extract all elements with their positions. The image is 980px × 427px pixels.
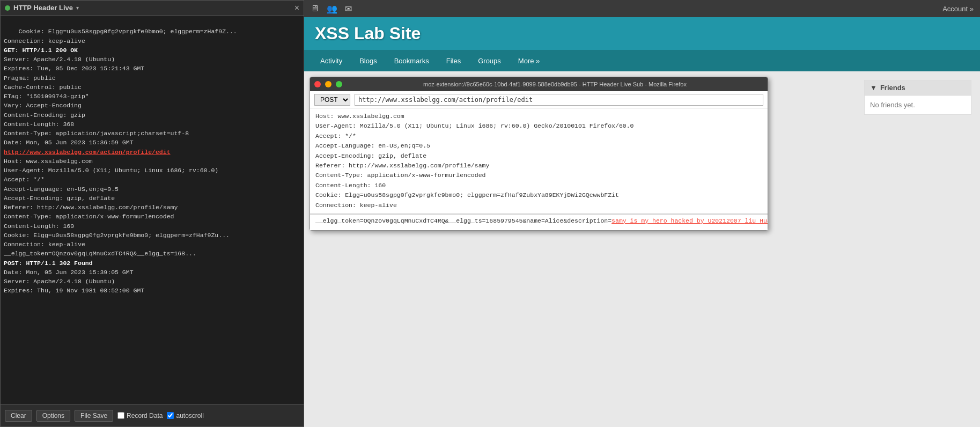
window-close-button[interactable]	[314, 81, 321, 87]
nav-blogs[interactable]: Blogs	[352, 53, 385, 69]
account-link[interactable]: Account »	[942, 5, 974, 13]
friends-panel: ▼ Friends No friends yet.	[864, 80, 971, 115]
record-data-checkbox[interactable]	[117, 412, 124, 419]
file-save-button[interactable]: File Save	[75, 410, 113, 422]
autoscroll-label: autoscroll	[167, 412, 203, 419]
autoscroll-checkbox[interactable]	[167, 412, 174, 419]
close-icon[interactable]: ×	[294, 3, 299, 13]
main-content: 01011010 10110101 01101001 11010110 0101…	[304, 71, 980, 427]
sub-window-titlebar: moz-extension://9c65e60c-10bd-4af1-9099-…	[310, 77, 768, 91]
log-content: Cookie: Elgg=u0us58sgpg0fg2vprgkfe9bmo0;…	[1, 16, 304, 404]
site-header: XSS Lab Site	[304, 17, 980, 50]
window-minimize-button[interactable]	[325, 81, 331, 87]
monitor-icon: 🖥	[311, 4, 319, 13]
triangle-icon: ▼	[870, 84, 877, 92]
no-friends-text: No friends yet.	[870, 101, 915, 109]
friends-content: No friends yet.	[865, 95, 971, 114]
status-indicator	[5, 5, 10, 11]
url-display: http://www.xsslabelgg.com/action/profile…	[355, 94, 763, 106]
sub-window: moz-extension://9c65e60c-10bd-4af1-9099-…	[310, 77, 768, 231]
window-maximize-button[interactable]	[336, 81, 342, 87]
panel-title-area: HTTP Header Live ▾	[5, 4, 79, 12]
nav-bookmarks[interactable]: Bookmarks	[387, 53, 437, 69]
browser-panel: 🖥 👥 ✉ Account » XSS Lab Site Activity Bl…	[304, 0, 980, 427]
request-body: __elgg_token=OQnzov0gqLqMnuCxdTC4RQ&__el…	[310, 214, 768, 230]
log-line: Server: Apache/2.4.18 (Ubuntu) Expires: …	[4, 56, 189, 146]
log-url: http://www.xsslabelgg.com/action/profile…	[4, 149, 171, 156]
panel-footer: Clear Options File Save Record Data auto…	[1, 404, 304, 426]
log-post-bold: POST: HTTP/1.1 302 Found	[4, 260, 93, 267]
browser-topbar: 🖥 👥 ✉ Account »	[304, 0, 980, 17]
body-prefix: __elgg_token=OQnzov0gqLqMnuCxdTC4RQ&__el…	[315, 217, 611, 224]
nav-bar: Activity Blogs Bookmarks Files Groups Mo…	[304, 50, 980, 71]
record-data-label: Record Data	[117, 412, 163, 419]
sub-window-url-bar: POST GET http://www.xsslabelgg.com/actio…	[310, 91, 768, 108]
chevron-down-icon[interactable]: ▾	[76, 5, 79, 11]
body-highlight: samy is my hero hacked by U20212007 liu …	[611, 217, 768, 224]
browser-icon-group: 🖥 👥 ✉	[311, 4, 352, 14]
log-line: Cookie: Elgg=u0us58sgpg0fg2vprgkfe9bmo0;…	[4, 28, 237, 44]
http-method-select[interactable]: POST GET	[314, 94, 350, 106]
site-title: XSS Lab Site	[315, 24, 421, 43]
log-line: Host: www.xsslabelgg.com User-Agent: Moz…	[4, 158, 230, 257]
header-line: Host: www.xsslabelgg.com User-Agent: Moz…	[315, 113, 634, 209]
users-icon: 👥	[327, 4, 337, 14]
clear-button[interactable]: Clear	[5, 410, 32, 422]
panel-header: HTTP Header Live ▾ ×	[1, 1, 304, 16]
panel-title: HTTP Header Live	[13, 4, 73, 12]
nav-files[interactable]: Files	[439, 53, 468, 69]
log-line: Date: Mon, 05 Jun 2023 15:39:05 GMT Serv…	[4, 269, 144, 295]
request-headers: Host: www.xsslabelgg.com User-Agent: Moz…	[310, 108, 768, 214]
friends-header: ▼ Friends	[865, 80, 971, 95]
nav-activity[interactable]: Activity	[313, 53, 350, 69]
nav-groups[interactable]: Groups	[470, 53, 509, 69]
friends-title: Friends	[880, 84, 905, 92]
envelope-icon: ✉	[345, 4, 352, 14]
sub-window-title: moz-extension://9c65e60c-10bd-4af1-9099-…	[347, 81, 763, 87]
http-header-live-panel: HTTP Header Live ▾ × Cookie: Elgg=u0us58…	[0, 0, 304, 427]
log-line-bold: GET: HTTP/1.1 200 OK	[4, 47, 78, 54]
options-button[interactable]: Options	[36, 410, 70, 422]
nav-more[interactable]: More »	[511, 53, 547, 69]
